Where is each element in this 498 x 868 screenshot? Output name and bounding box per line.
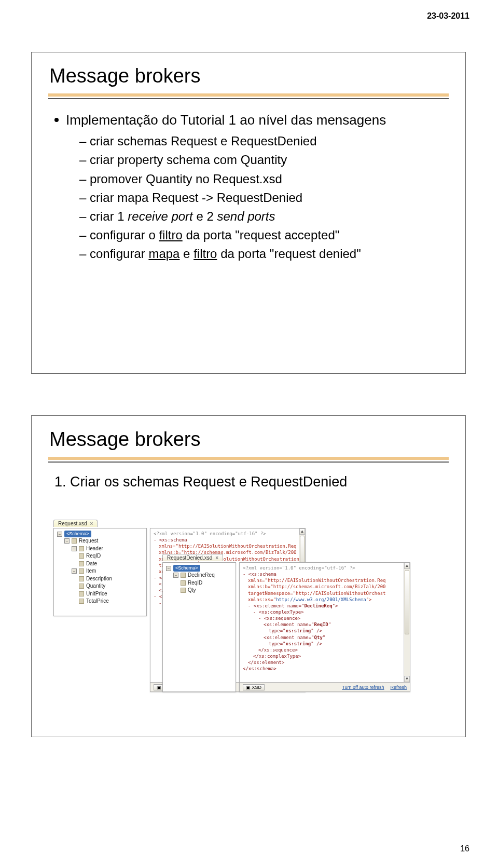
tree-leaf[interactable]: ReqID [57,552,143,560]
tree-root[interactable]: <Schema> [57,531,143,537]
element-icon [79,546,84,551]
bullet1-text: Implementação do Tutorial 1 ao nível das… [66,111,386,130]
sub-text: promover Quantity no Request.xsd [90,170,282,188]
turnoff-link[interactable]: Turn off auto refresh [342,685,384,690]
xml-line: xmlns:b="http://schemas.microsoft.com/Bi… [243,584,407,590]
sub-bullet-list: –criar schemas Request e RequestDenied –… [79,132,442,263]
collapse-icon[interactable] [72,546,77,551]
step-heading: 1. Criar os schemas Request e RequestDen… [54,472,442,492]
sub-text: criar schemas Request e RequestDenied [90,132,317,150]
xml-line: - <xs:schema [243,571,407,577]
xml-line: </xs:sequence> [243,647,407,653]
xml-line: xmlns="http://EAISolutionWithoutOrchestr… [243,577,407,584]
xml-line: </xs:complexType> [243,653,407,659]
xml-line: <?xml version="1.0" encoding="utf-16" ?> [243,565,407,571]
element-icon [79,599,84,604]
xml-line: type="xs:string" /> [243,641,407,647]
dash-icon: – [79,208,86,225]
title-accent-bar [48,93,449,97]
tab-request-xsd[interactable]: Request.xsd× [53,520,98,527]
tree-leaf[interactable]: Description [57,575,143,583]
tree-node[interactable]: Item [57,567,143,575]
refresh-link[interactable]: Refresh [390,685,407,690]
tree-node[interactable]: Request [57,537,143,545]
xml-line: xmlns:xs="http://www.w3.org/2001/XMLSche… [243,596,407,603]
dash-icon: – [79,170,86,188]
tree-node[interactable]: Header [57,545,143,553]
bullet-level1: Implementação do Tutorial 1 ao nível das… [54,111,442,130]
tree-leaf[interactable]: ReqID [166,579,232,587]
xml-line: type="xs:string" /> [243,628,407,634]
dash-icon: – [79,132,86,150]
element-icon [79,561,84,566]
xml-line: targetNamespace="http://EAISolutionWitho… [243,590,407,596]
dash-icon: – [79,189,86,207]
collapse-icon[interactable] [173,573,178,578]
xml-line: <xs:element name="Qty" [243,634,407,641]
sub-text: criar 1 receive port e 2 send ports [90,208,275,225]
tree-request: <Schema> Request Header ReqID Date Item … [54,528,146,607]
element-icon [79,576,84,581]
scrollbar[interactable]: ▲ ▼ [404,563,410,682]
dash-icon: – [79,245,86,263]
screenshot-composite: Request.xsd× <Schema> Request Header Req… [53,520,437,727]
collapse-icon[interactable] [57,532,62,537]
scroll-track[interactable] [404,569,410,676]
tree-leaf[interactable]: Qty [166,587,232,594]
slide2-title: Message brokers [32,416,465,457]
xml-line: <?xml version="1.0" encoding="utf-16" ?> [154,531,302,537]
panel-denied-xml: <?xml version="1.0" encoding="utf-16" ?>… [239,562,410,692]
close-icon[interactable]: × [215,555,218,561]
tree-root[interactable]: <Schema> [166,565,232,572]
sub-bullet: – configurar mapa e filtro da porta "req… [79,245,442,263]
scroll-up-icon[interactable]: ▲ [404,563,410,569]
xml-line: - <xs:schema [154,537,302,543]
element-icon [79,568,84,574]
sub-bullet: –criar mapa Request -> RequestDenied [79,189,442,207]
collapse-icon[interactable] [64,538,70,544]
xml-line: </xs:element> [243,659,407,666]
scroll-down-icon[interactable]: ▼ [404,676,410,682]
sub-bullet: –promover Quantity no Request.xsd [79,170,442,188]
tab-label: Request.xsd [58,521,87,526]
scroll-thumb[interactable] [405,570,409,634]
element-icon [181,588,186,593]
xml-line: - <xs:element name="DeclineReq"> [243,603,407,609]
slide-1: Message brokers Implementação do Tutoria… [31,52,466,374]
tree-leaf[interactable]: TotalPrice [57,598,143,605]
sub-text: criar property schema com Quantity [90,151,287,169]
tree-node[interactable]: DeclineReq [166,572,232,579]
title-accent-bar [48,457,449,460]
bullet-dot-icon [54,118,59,122]
tab-requestdenied-xsd[interactable]: RequestDenied.xsd× [162,554,223,561]
close-icon[interactable]: × [90,521,93,526]
tree-leaf[interactable]: UnitPrice [57,590,143,598]
sub-bullet: – configurar o filtro da porta "request … [79,226,442,244]
scroll-up-icon[interactable]: ▲ [299,528,305,535]
element-icon [181,573,186,578]
page-date: 23-03-2011 [427,11,469,21]
xml-denied: <?xml version="1.0" encoding="utf-16" ?>… [240,563,410,674]
element-icon [79,584,84,589]
slide1-title: Message brokers [32,52,465,93]
collapse-icon[interactable] [72,568,77,574]
element-icon [79,553,84,559]
tab-label: RequestDenied.xsd [167,555,212,561]
element-icon [72,538,77,544]
xsd-button[interactable]: ▣ XSD [243,684,265,690]
sub-text: configurar o filtro da porta "request ac… [90,226,339,244]
dash-icon: – [79,151,86,169]
slide-2: Message brokers 1. Criar os schemas Requ… [31,415,466,737]
tree-denied: <Schema> DeclineReq ReqID Qty [163,563,236,596]
panel-request-tree: <Schema> Request Header ReqID Date Item … [53,528,147,616]
slide2-body: 1. Criar os schemas Request e RequestDen… [32,463,465,492]
panel-denied-tree: <Schema> DeclineReq ReqID Qty [162,562,236,692]
sub-bullet: – criar 1 receive port e 2 send ports [79,208,442,225]
xml-line: xmlns="http://EAISolutionWithoutOrchestr… [154,543,302,549]
collapse-icon[interactable] [166,566,171,571]
tree-leaf[interactable]: Quantity [57,582,143,590]
page-number: 16 [460,844,469,853]
element-icon [181,580,186,586]
element-icon [79,591,84,596]
tree-leaf[interactable]: Date [57,560,143,568]
